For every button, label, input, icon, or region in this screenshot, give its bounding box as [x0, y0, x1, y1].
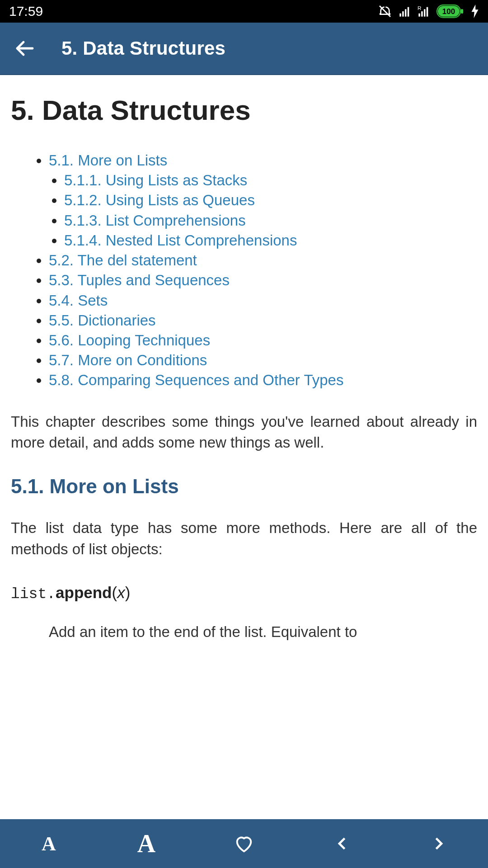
font-large-icon: A — [137, 829, 155, 858]
method-name: append — [56, 584, 112, 601]
toc-item: 5.8. Comparing Sequences and Other Types — [49, 370, 477, 390]
status-time: 17:59 — [9, 4, 43, 19]
toc-item: 5.1.2. Using Lists as Queues — [64, 190, 477, 210]
paren-open: ( — [112, 584, 117, 601]
toc-link-5-7[interactable]: 5.7. More on Conditions — [49, 352, 207, 368]
toc-item: 5.5. Dictionaries — [49, 311, 477, 330]
section-heading-5-1: 5.1. More on Lists — [11, 475, 477, 498]
svg-rect-5 — [418, 14, 420, 17]
toc-link-5-1-2[interactable]: 5.1.2. Using Lists as Queues — [64, 192, 255, 208]
toc-link-5-6[interactable]: 5.6. Looping Techniques — [49, 332, 210, 349]
method-signature: list.append(x) — [11, 584, 477, 603]
signal-roaming-icon: R — [418, 5, 430, 18]
next-page-button[interactable] — [390, 819, 488, 868]
chevron-right-icon — [430, 835, 448, 853]
method-arg: x — [117, 584, 125, 601]
svg-rect-1 — [402, 11, 404, 17]
page-title: 5. Data Structures — [11, 94, 477, 126]
arrow-left-icon — [14, 38, 35, 59]
battery-text: 100 — [442, 7, 455, 16]
table-of-contents: 5.1. More on Lists 5.1.1. Using Lists as… — [11, 151, 477, 391]
toc-item: 5.1. More on Lists 5.1.1. Using Lists as… — [49, 151, 477, 250]
status-bar: 17:59 R 100 — [0, 0, 488, 23]
toc-link-5-1-3[interactable]: 5.1.3. List Comprehensions — [64, 212, 246, 229]
toc-item: 5.6. Looping Techniques — [49, 330, 477, 350]
svg-rect-6 — [421, 11, 423, 17]
font-small-icon: A — [42, 832, 56, 855]
toc-item: 5.4. Sets — [49, 291, 477, 311]
charging-icon — [471, 5, 479, 18]
toc-item: 5.2. The del statement — [49, 250, 477, 270]
heart-icon — [234, 833, 254, 854]
paren-close: ) — [125, 584, 131, 601]
svg-rect-0 — [399, 14, 401, 17]
svg-rect-2 — [405, 9, 407, 16]
method-description: Add an item to the end of the list. Equi… — [11, 622, 477, 643]
favorite-button[interactable] — [195, 819, 293, 868]
intro-paragraph: This chapter describes some things you'v… — [11, 411, 477, 454]
toc-link-5-1-4[interactable]: 5.1.4. Nested List Comprehensions — [64, 232, 297, 249]
app-bar-title: 5. Data Structures — [61, 38, 225, 59]
bottom-toolbar: A A — [0, 819, 488, 868]
toc-item: 5.7. More on Conditions — [49, 350, 477, 370]
toc-link-5-3[interactable]: 5.3. Tuples and Sequences — [49, 272, 230, 288]
svg-rect-3 — [408, 7, 409, 17]
method-class: list. — [11, 586, 56, 603]
svg-rect-11 — [461, 9, 463, 14]
toc-link-5-1[interactable]: 5.1. More on Lists — [49, 152, 167, 169]
back-button[interactable] — [13, 37, 36, 60]
section-paragraph: The list data type has some more methods… — [11, 518, 477, 560]
font-decrease-button[interactable]: A — [0, 819, 98, 868]
toc-link-5-1-1[interactable]: 5.1.1. Using Lists as Stacks — [64, 172, 247, 189]
toc-item: 5.1.1. Using Lists as Stacks — [64, 170, 477, 190]
font-increase-button[interactable]: A — [98, 819, 195, 868]
toc-item: 5.1.3. List Comprehensions — [64, 211, 477, 231]
toc-item: 5.1.4. Nested List Comprehensions — [64, 231, 477, 250]
status-icons: R 100 — [378, 4, 479, 19]
chevron-left-icon — [333, 835, 351, 853]
signal-icon — [399, 5, 411, 18]
svg-rect-7 — [424, 9, 426, 16]
svg-text:R: R — [418, 5, 421, 11]
toc-link-5-5[interactable]: 5.5. Dictionaries — [49, 312, 156, 329]
toc-link-5-2[interactable]: 5.2. The del statement — [49, 252, 197, 269]
content-area[interactable]: 5. Data Structures 5.1. More on Lists 5.… — [0, 75, 488, 819]
svg-rect-8 — [427, 7, 428, 17]
prev-page-button[interactable] — [293, 819, 390, 868]
toc-item: 5.3. Tuples and Sequences — [49, 270, 477, 290]
toc-link-5-4[interactable]: 5.4. Sets — [49, 292, 108, 309]
dnd-icon — [378, 4, 392, 19]
battery-icon: 100 — [436, 5, 465, 18]
app-bar: 5. Data Structures — [0, 23, 488, 75]
toc-link-5-8[interactable]: 5.8. Comparing Sequences and Other Types — [49, 372, 343, 388]
